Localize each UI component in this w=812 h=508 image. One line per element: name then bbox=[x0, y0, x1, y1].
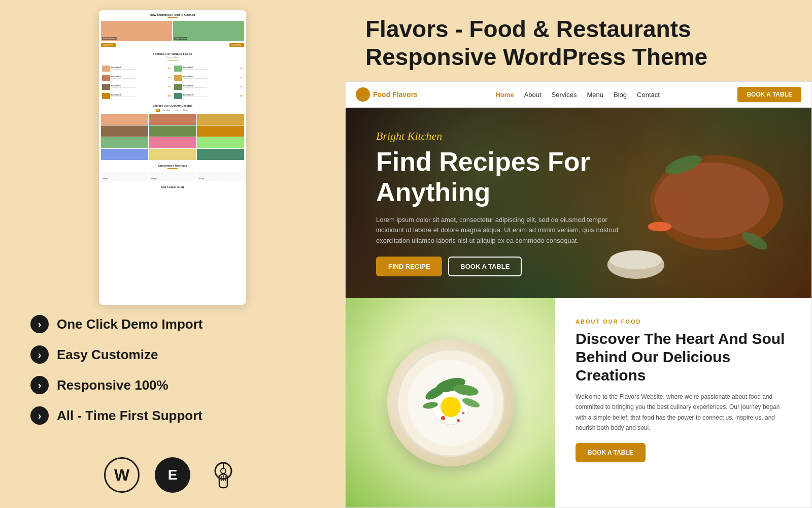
mock-menu-desc-2: Lorem ipsum dolor sit amet consectur adi… bbox=[111, 78, 167, 79]
preview-logo-text: Food Flavors bbox=[373, 90, 418, 99]
mock-food-label-2: Single Day Diet bbox=[174, 37, 187, 40]
mock-menu-desc-7: Lorem ipsum dolor sit amet consectur adi… bbox=[183, 96, 239, 98]
mock-underline-2 bbox=[167, 60, 178, 60]
feature-label-0: One Click Demo Import bbox=[57, 316, 203, 332]
elementor-icon: E bbox=[155, 457, 190, 493]
mock-menu-img-6 bbox=[102, 93, 110, 99]
mock-blog-title: Our Latest Blog bbox=[99, 182, 246, 189]
main-title-line1: Flavors - Food & Restaurants bbox=[365, 16, 691, 42]
mock-menu-item-7: Food Item 6 Lorem ipsum dolor sit amet c… bbox=[173, 92, 244, 100]
mock-section1-title: How Nutritious Food Is Cooked bbox=[99, 10, 246, 17]
mock-underline-3 bbox=[167, 168, 178, 169]
mock-tab-row: All Breakfast Lunch Dinner bbox=[99, 108, 246, 113]
preview-logo: Food Flavors bbox=[356, 87, 418, 102]
preview-about-content: ABOUT OUR FOOD Discover The Heart And So… bbox=[555, 298, 811, 507]
features-list: One Click Demo Import Easy Customize Res… bbox=[0, 305, 345, 447]
mock-gallery-9 bbox=[101, 149, 148, 160]
theme-mockup: How Nutritious Food Is Cooked Healthy Me… bbox=[99, 10, 246, 305]
mock-menu-img-7 bbox=[174, 93, 182, 99]
preview-nav-menu[interactable]: Menu bbox=[587, 91, 603, 99]
mock-menu-item-2: Food Item 2 Lorem ipsum dolor sit amet c… bbox=[101, 74, 172, 82]
preview-hero-btns: FIND RECIPE BOOK A TABLE bbox=[376, 257, 781, 276]
icons-row: W E bbox=[74, 452, 272, 498]
mock-menu-img-3 bbox=[174, 75, 182, 81]
mock-menu-desc-0: Lorem ipsum dolor sit amet consectur adi… bbox=[111, 69, 167, 70]
svg-point-17 bbox=[441, 397, 461, 417]
preview-hero-book-btn[interactable]: BOOK A TABLE bbox=[448, 257, 522, 276]
elementor-symbol: E bbox=[168, 467, 178, 483]
mock-gallery-8 bbox=[197, 137, 244, 148]
mock-menu-img-0 bbox=[102, 66, 110, 72]
mock-section2-sub: Exclusive Menu bbox=[99, 56, 246, 60]
mock-menu-price-1: $27 bbox=[240, 68, 243, 70]
feature-item-0: One Click Demo Import bbox=[30, 315, 315, 333]
feature-label-1: Easy Customize bbox=[57, 347, 158, 363]
preview-nav-contact[interactable]: Contact bbox=[637, 91, 660, 99]
chevron-right-icon-0 bbox=[30, 315, 49, 333]
mock-menu-item-6: Food Item 4 Lorem ipsum dolor sit amet c… bbox=[101, 92, 172, 100]
svg-point-24 bbox=[457, 419, 460, 422]
mock-menu-price-6: $40 bbox=[168, 95, 171, 97]
preview-nav-services[interactable]: Services bbox=[552, 91, 577, 99]
mock-menu-price-5: $35 bbox=[240, 86, 243, 88]
preview-nav: Home About Services Menu Blog Contact bbox=[428, 91, 728, 99]
preview-find-recipe-btn[interactable]: FIND RECIPE bbox=[376, 257, 442, 276]
mock-menu-info-4: Food Item 3 Lorem ipsum dolor sit amet c… bbox=[111, 85, 167, 88]
mock-menu-img-2 bbox=[102, 75, 110, 81]
mock-gallery-2 bbox=[197, 114, 244, 125]
preview-nav-about[interactable]: About bbox=[524, 91, 542, 99]
mock-gallery-11 bbox=[197, 149, 244, 160]
mock-review-author-2: — Emily bbox=[151, 178, 195, 180]
chevron-right-icon-1 bbox=[30, 345, 49, 364]
mock-menu-item-1: Food Item 5 Lorem ipsum dolor sit amet c… bbox=[173, 65, 244, 73]
mock-reviews-title: Customers Reviews bbox=[99, 161, 246, 168]
mock-fullrecipe-btn-1[interactable]: FULL RECIPE › bbox=[101, 43, 116, 47]
preview-book-btn[interactable]: BOOK A TABLE bbox=[737, 87, 801, 102]
mock-menu-item-3: Food Item 5 Lorem ipsum dolor sit amet c… bbox=[173, 74, 244, 82]
mock-review-1: Lorem ipsum dolor sit amet consectetur a… bbox=[101, 172, 148, 181]
mock-gallery-10 bbox=[149, 149, 196, 160]
mock-menu-price-4: $22 bbox=[168, 86, 171, 88]
mock-menu-info-7: Food Item 6 Lorem ipsum dolor sit amet c… bbox=[183, 94, 239, 98]
main-title-line2: Responsive WordPress Theme bbox=[365, 44, 707, 70]
mock-underline-1 bbox=[167, 17, 178, 18]
mock-explore-title: Explore Our Culinary Delights bbox=[99, 102, 246, 108]
theme-preview: Food Flavors Home About Services Menu Bl… bbox=[345, 81, 812, 508]
preview-navbar: Food Flavors Home About Services Menu Bl… bbox=[346, 82, 811, 108]
preview-about: ABOUT OUR FOOD Discover The Heart And So… bbox=[346, 298, 811, 507]
mock-section2-title: Famous For Various Foods bbox=[99, 49, 246, 56]
mock-tab-all[interactable]: All bbox=[156, 109, 160, 112]
chevron-right-icon-2 bbox=[30, 376, 49, 394]
preview-nav-blog[interactable]: Blog bbox=[614, 91, 627, 99]
feature-label-3: All - Time First Support bbox=[57, 408, 202, 424]
mock-gallery-5 bbox=[197, 125, 244, 137]
mock-menu-info-2: Food Item 2 Lorem ipsum dolor sit amet c… bbox=[111, 76, 167, 79]
left-panel: How Nutritious Food Is Cooked Healthy Me… bbox=[0, 0, 345, 508]
mock-menu-info-6: Food Item 4 Lorem ipsum dolor sit amet c… bbox=[111, 94, 167, 98]
mock-review-3: Ut labore et dolore magna aliqua enim ad… bbox=[197, 172, 244, 181]
about-desc: Welcome to the Flavors Website, where we… bbox=[576, 392, 791, 433]
mock-menu-price-3: $32 bbox=[240, 77, 243, 79]
feature-item-1: Easy Customize bbox=[30, 345, 315, 364]
mock-tab-dinner[interactable]: Dinner bbox=[182, 109, 189, 112]
mock-tab-breakfast[interactable]: Breakfast bbox=[162, 109, 172, 112]
mock-gallery-4 bbox=[149, 125, 196, 137]
mock-menu-desc-4: Lorem ipsum dolor sit amet consectur adi… bbox=[111, 87, 167, 88]
about-book-btn[interactable]: BOOK A TABLE bbox=[576, 443, 646, 462]
preview-logo-icon bbox=[356, 87, 370, 102]
mock-food-grid: Healthy Meal Prep Single Day Diet bbox=[99, 20, 246, 42]
preview-nav-home[interactable]: Home bbox=[496, 91, 514, 99]
mock-gallery-6 bbox=[101, 137, 148, 148]
preview-hero-desc: Lorem ipsum dolor sit amet, consectetur … bbox=[376, 215, 630, 246]
mock-menu-desc-6: Lorem ipsum dolor sit amet consectur adi… bbox=[111, 96, 167, 98]
mock-review-author-1: — Alice bbox=[103, 178, 147, 180]
hero-title-line1: Find Recipes For bbox=[376, 147, 590, 176]
main-title: Flavors - Food & Restaurants Responsive … bbox=[365, 15, 792, 71]
mock-fullrecipe-btn-2[interactable]: FULL RECIPE › bbox=[229, 43, 244, 47]
mock-menu-info-1: Food Item 5 Lorem ipsum dolor sit amet c… bbox=[183, 67, 239, 70]
mock-menu-img-1 bbox=[174, 66, 182, 72]
wordpress-icon: W bbox=[104, 457, 140, 493]
mock-tab-lunch[interactable]: Lunch bbox=[173, 109, 180, 112]
mock-review-text-2: Excepteur sint occaecat cupidatat non pr… bbox=[151, 173, 195, 177]
cursor-hand-icon bbox=[206, 457, 241, 493]
